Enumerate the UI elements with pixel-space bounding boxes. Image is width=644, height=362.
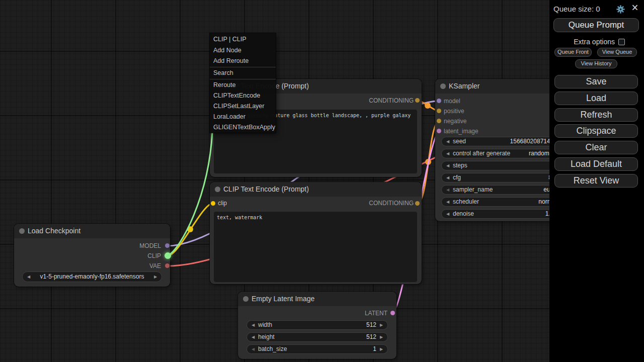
widget-name: seed: [453, 137, 466, 146]
load-default-button[interactable]: Load Default: [554, 157, 638, 171]
menu-item-cliptextencode[interactable]: CLIPTextEncode: [210, 90, 276, 101]
widget-name: cfg: [453, 173, 461, 182]
widget-name: scheduler: [453, 198, 479, 206]
node-clip-text-encode-2[interactable]: CLIP Text Encode (Prompt) clip CONDITION…: [210, 182, 422, 284]
decrement-icon[interactable]: ◀: [249, 345, 257, 353]
widget-name: height: [258, 333, 275, 341]
positive-input-slot[interactable]: [437, 109, 441, 113]
collapse-dot-icon[interactable]: [243, 296, 249, 302]
node-title-label: Load Checkpoint: [28, 227, 80, 235]
widget-name: width: [258, 321, 272, 329]
clear-button[interactable]: Clear: [554, 141, 638, 154]
decrement-icon[interactable]: ◀: [444, 161, 452, 170]
conditioning-output-slot[interactable]: [415, 98, 420, 103]
input-label: negative: [444, 117, 466, 126]
node-title[interactable]: Empty Latent Image: [238, 292, 396, 306]
queue-prompt-button[interactable]: Queue Prompt: [553, 18, 639, 32]
width-widget[interactable]: ◀ width 512 ▶: [247, 320, 388, 330]
height-widget[interactable]: ◀ height 512 ▶: [247, 332, 388, 342]
batch-size-widget[interactable]: ◀ batch_size 1 ▶: [247, 344, 388, 354]
decrement-icon[interactable]: ◀: [249, 333, 257, 341]
input-label: latent_image: [444, 127, 478, 136]
save-button[interactable]: Save: [554, 75, 638, 88]
widget-name: steps: [453, 161, 467, 170]
output-label: MODEL: [139, 241, 161, 250]
menu-divider: [210, 79, 276, 79]
comfy-menu-panel: Queue size: 0 × Queue Prompt Extra optio…: [549, 0, 644, 362]
input-label: clip: [218, 199, 227, 208]
prev-arrow-icon[interactable]: ◀: [25, 272, 33, 282]
context-menu-title: CLIP | CLIP: [210, 33, 276, 45]
view-history-button[interactable]: View History: [575, 59, 617, 68]
node-empty-latent-image[interactable]: Empty Latent Image LATENT ◀ width 512 ▶ …: [238, 292, 396, 359]
decrement-icon[interactable]: ◀: [444, 173, 452, 182]
menu-item-add-node[interactable]: Add Node: [210, 45, 276, 56]
decrement-icon[interactable]: ◀: [444, 186, 452, 194]
decrement-icon[interactable]: ◀: [249, 321, 257, 329]
model-input-slot[interactable]: [437, 99, 441, 103]
widget-name: batch_size: [258, 345, 287, 353]
increment-icon[interactable]: ▶: [377, 345, 385, 353]
collapse-dot-icon[interactable]: [440, 83, 446, 89]
prompt-textarea[interactable]: text, watermark: [214, 212, 417, 282]
widget-value: 1: [373, 345, 376, 353]
decrement-icon[interactable]: ◀: [444, 198, 452, 206]
menu-item-loraloader[interactable]: LoraLoader: [210, 112, 276, 122]
output-label: CLIP: [147, 251, 161, 260]
decrement-icon[interactable]: ◀: [444, 137, 452, 146]
widget-name: control after generate: [453, 149, 510, 158]
conditioning-output-slot[interactable]: [415, 201, 420, 206]
latent-output-slot[interactable]: [390, 311, 395, 315]
menu-item-reroute[interactable]: Reroute: [210, 80, 276, 90]
node-load-checkpoint[interactable]: Load Checkpoint MODEL CLIP VAE ◀ v1-5-pr…: [14, 224, 170, 287]
increment-icon[interactable]: ▶: [377, 333, 385, 341]
extra-options-label: Extra options: [565, 38, 615, 46]
queue-size-label: Queue size: 0: [553, 5, 600, 13]
model-output-slot[interactable]: [165, 243, 170, 248]
widget-value: 512: [366, 321, 376, 329]
decrement-icon[interactable]: ◀: [444, 210, 452, 218]
queue-front-button[interactable]: Queue Front: [554, 48, 592, 57]
menu-item-add-reroute[interactable]: Add Reroute: [210, 56, 276, 66]
latent-image-input-slot[interactable]: [437, 129, 441, 133]
ckpt-name-value: v1-5-pruned-emaonly-fp16.safetensors: [33, 272, 151, 282]
next-arrow-icon[interactable]: ▶: [151, 272, 159, 282]
ckpt-name-combo[interactable]: ◀ v1-5-pruned-emaonly-fp16.safetensors ▶: [22, 272, 162, 282]
input-label: model: [444, 97, 460, 106]
output-label: VAE: [149, 261, 161, 270]
widget-name: sampler_name: [453, 186, 493, 194]
node-title-label: KSampler: [449, 82, 479, 90]
context-menu: CLIP | CLIP Add Node Add Reroute Search …: [210, 33, 276, 133]
output-label: CONDITIONING: [369, 199, 414, 208]
input-label: positive: [444, 107, 464, 116]
clipspace-button[interactable]: Clipspace: [554, 124, 638, 138]
load-button[interactable]: Load: [554, 92, 638, 105]
clip-input-slot[interactable]: [211, 201, 215, 206]
output-label: CONDITIONING: [369, 96, 414, 105]
refresh-button[interactable]: Refresh: [554, 108, 638, 122]
widget-value: 512: [366, 333, 376, 341]
collapse-dot-icon[interactable]: [19, 228, 25, 234]
node-title[interactable]: CLIP Text Encode (Prompt): [210, 182, 422, 197]
vae-output-slot[interactable]: [165, 263, 170, 268]
menu-item-clipsetlastlayer[interactable]: CLIPSetLastLayer: [210, 101, 276, 112]
decrement-icon[interactable]: ◀: [444, 149, 452, 158]
output-label: LATENT: [365, 309, 387, 318]
reset-view-button[interactable]: Reset View: [554, 174, 638, 188]
node-title-label: Empty Latent Image: [252, 295, 314, 303]
comfyui-app: CLIP Text Encode (Prompt) CONDITIONING b…: [0, 0, 644, 362]
widget-name: denoise: [453, 210, 474, 218]
node-title-label: CLIP Text Encode (Prompt): [223, 185, 309, 193]
close-icon[interactable]: ×: [629, 1, 641, 14]
menu-divider: [210, 67, 276, 67]
settings-gear-icon[interactable]: [616, 5, 625, 14]
node-title[interactable]: Load Checkpoint: [14, 224, 170, 238]
clip-output-slot-highlighted[interactable]: [165, 252, 171, 259]
menu-item-gligentextboxapply[interactable]: GLIGENTextBoxApply: [210, 122, 276, 133]
collapse-dot-icon[interactable]: [215, 187, 220, 192]
menu-item-search[interactable]: Search: [210, 68, 276, 78]
view-queue-button[interactable]: View Queue: [597, 48, 637, 57]
extra-options-checkbox[interactable]: [618, 39, 625, 45]
increment-icon[interactable]: ▶: [377, 321, 385, 329]
negative-input-slot[interactable]: [437, 119, 441, 123]
